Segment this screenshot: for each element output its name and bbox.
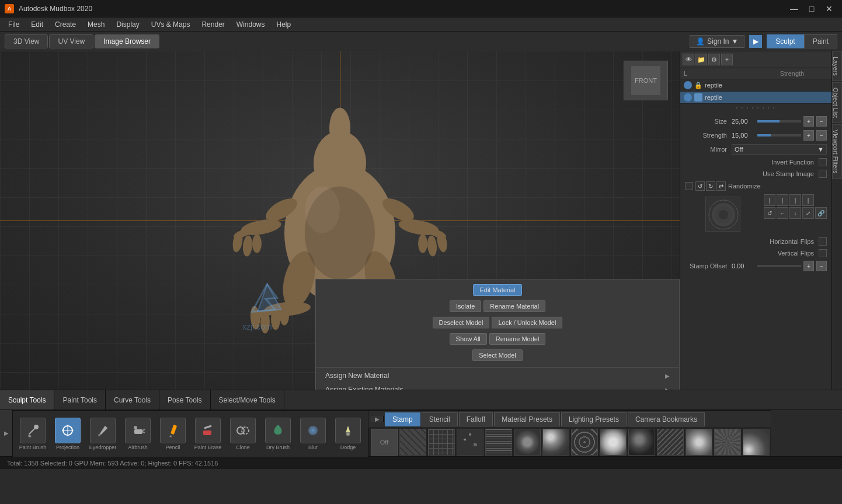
tab-material-presets[interactable]: Material Presets	[494, 412, 560, 426]
tab-uv-view[interactable]: UV View	[49, 34, 93, 48]
ctx-show-all[interactable]: Show All	[450, 333, 487, 345]
tab-sculpt[interactable]: Sculpt	[767, 34, 803, 48]
ctx-isolate[interactable]: Isolate	[450, 300, 481, 312]
tab-stencil[interactable]: Stencil	[422, 412, 458, 426]
tool-dodge[interactable]: Dodge	[333, 418, 363, 450]
offset-minus-button[interactable]: −	[816, 261, 827, 271]
menu-edit[interactable]: Edit	[25, 19, 49, 30]
layer-visibility-icon[interactable]	[684, 81, 692, 89]
stamp-thumb-1[interactable]	[399, 429, 426, 456]
menu-render[interactable]: Render	[196, 19, 230, 30]
minimize-button[interactable]: —	[786, 2, 802, 15]
layer-row-1[interactable]: 🔒 reptile	[680, 79, 831, 92]
stamp-ctrl-3[interactable]: |	[789, 194, 801, 206]
menu-help[interactable]: Help	[271, 19, 297, 30]
flip-icon[interactable]: ⇄	[716, 181, 726, 191]
ctx-lock-unlock[interactable]: Lock / Unlock Model	[492, 317, 562, 328]
tab-paint-tools[interactable]: Paint Tools	[54, 390, 105, 410]
stamp-preview-box[interactable]	[705, 197, 740, 232]
tool-eyedropper[interactable]: Eyedropper	[88, 418, 118, 450]
strength-slider-track[interactable]	[757, 134, 801, 136]
rand-btn-1[interactable]	[685, 182, 693, 190]
panel-add-button[interactable]: +	[721, 54, 733, 65]
tab-image-browser[interactable]: Image Browser	[95, 34, 159, 48]
menu-file[interactable]: File	[2, 19, 25, 30]
view-cube[interactable]: FRONT	[631, 66, 660, 95]
vtab-layers[interactable]: Layers	[832, 51, 842, 81]
stamp-thumb-12[interactable]	[714, 429, 741, 456]
strength-slider[interactable]: 15,00 + −	[732, 130, 827, 141]
stamp-ctrl-2[interactable]: |	[777, 194, 788, 206]
stamp-thumb-2[interactable]	[428, 429, 455, 456]
stamp-left-icon[interactable]: ←	[777, 207, 788, 219]
vtab-object-list[interactable]: Object List	[832, 82, 842, 123]
menu-create[interactable]: Create	[49, 19, 82, 30]
tab-3d-view[interactable]: 3D View	[5, 34, 48, 48]
stamp-reset-icon[interactable]: ↺	[764, 207, 775, 219]
stamp-thumb-4[interactable]	[485, 429, 512, 456]
mirror-dropdown[interactable]: Off ▼	[732, 144, 827, 155]
stamp-ctrl-4[interactable]: |	[802, 194, 814, 206]
sign-in-button[interactable]: 👤 Sign In ▼	[690, 35, 744, 48]
tool-paint-brush[interactable]: Paint Brush	[18, 418, 48, 450]
close-button[interactable]: ✕	[821, 2, 837, 15]
stamp-thumb-13[interactable]	[743, 429, 770, 456]
horiz-flip-checkbox[interactable]	[819, 237, 827, 246]
size-minus-button[interactable]: −	[816, 116, 827, 127]
tool-dry-brush[interactable]: Dry Brush	[263, 418, 293, 450]
menu-uvs-maps[interactable]: UVs & Maps	[145, 19, 196, 30]
tab-paint[interactable]: Paint	[804, 34, 837, 48]
stamp-expand-btn[interactable]: ▶	[371, 416, 384, 422]
vert-flip-checkbox[interactable]	[819, 249, 827, 257]
tab-pose-tools[interactable]: Pose Tools	[159, 390, 210, 410]
ctx-assign-existing[interactable]: Assign Existing Materials ▶	[316, 383, 679, 390]
stamp-ctrl-1[interactable]: |	[764, 194, 775, 206]
size-slider-track[interactable]	[757, 120, 801, 123]
rotate-right-icon[interactable]: ↻	[706, 181, 715, 191]
stamp-thumb-10[interactable]	[657, 429, 684, 456]
layer-row-2[interactable]: reptile	[680, 92, 831, 104]
strength-plus-button[interactable]: +	[803, 130, 814, 141]
stamp-offset-slider[interactable]: 0,00 + −	[732, 261, 827, 271]
menu-display[interactable]: Display	[110, 19, 145, 30]
tab-curve-tools[interactable]: Curve Tools	[106, 390, 159, 410]
vtab-viewport-filters[interactable]: Viewport Filters	[832, 124, 842, 179]
expand-button[interactable]: ▶	[749, 35, 762, 48]
tab-select-move-tools[interactable]: Select/Move Tools	[211, 390, 284, 410]
size-slider[interactable]: 25,00 + −	[732, 116, 827, 127]
ctx-assign-new-material[interactable]: Assign New Material ▶	[316, 369, 679, 383]
stamp-checkbox[interactable]	[819, 170, 827, 178]
panel-folder-button[interactable]: 📁	[695, 54, 707, 65]
stamp-link-icon[interactable]: 🔗	[815, 207, 827, 219]
invert-checkbox[interactable]	[819, 158, 827, 166]
strength-minus-button[interactable]: −	[816, 130, 827, 141]
stamp-thumb-6[interactable]	[542, 429, 569, 456]
size-plus-button[interactable]: +	[803, 116, 814, 127]
offset-plus-button[interactable]: +	[803, 261, 814, 271]
stamp-thumb-8[interactable]	[600, 429, 627, 456]
tab-falloff[interactable]: Falloff	[459, 412, 493, 426]
stamp-thumb-7[interactable]	[571, 429, 598, 456]
stamp-expand-icon[interactable]: ⤢	[802, 207, 814, 219]
tab-sculpt-tools[interactable]: Sculpt Tools	[0, 390, 54, 410]
ctx-edit-material[interactable]: Edit Material	[473, 284, 521, 296]
viewport[interactable]: FRONT	[0, 51, 680, 390]
tool-projection[interactable]: Projection	[53, 418, 83, 450]
tab-camera-bookmarks[interactable]: Camera Bookmarks	[628, 412, 705, 426]
stamp-thumb-11[interactable]	[686, 429, 712, 456]
rotate-left-icon[interactable]: ↺	[695, 181, 705, 191]
tool-airbrush[interactable]: Airbrush	[123, 418, 153, 450]
ctx-select-model[interactable]: Select Model	[472, 349, 523, 361]
stamp-off-button[interactable]: Off	[371, 429, 398, 456]
ctx-rename-model[interactable]: Rename Model	[489, 333, 546, 345]
maximize-button[interactable]: □	[803, 2, 820, 15]
tool-blur[interactable]: Blur	[298, 418, 328, 450]
stamp-thumb-5[interactable]	[514, 429, 541, 456]
offset-slider-track[interactable]	[757, 265, 801, 267]
ctx-rename-material[interactable]: Rename Material	[483, 300, 545, 312]
stamp-down-icon[interactable]: ↓	[789, 207, 801, 219]
tools-expand-btn[interactable]: ▶	[0, 410, 13, 456]
layer-lock-icon[interactable]: 🔒	[694, 82, 702, 89]
menu-windows[interactable]: Windows	[231, 19, 271, 30]
layer-visibility-icon[interactable]	[684, 93, 692, 102]
